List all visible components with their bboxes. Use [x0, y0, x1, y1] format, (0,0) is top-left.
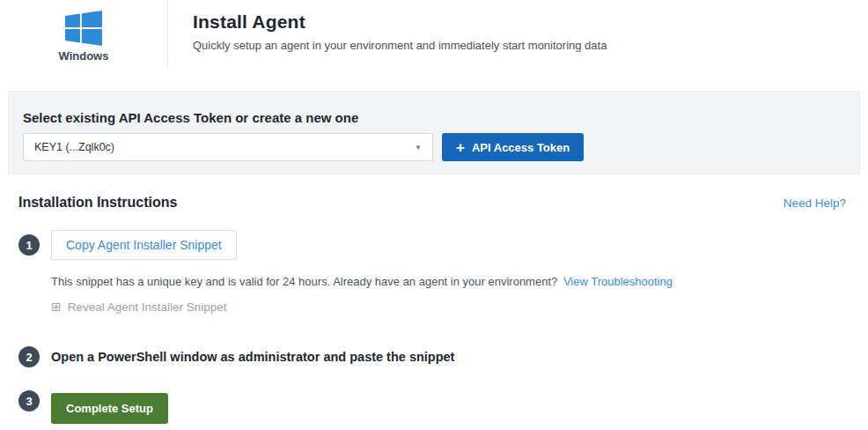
complete-setup-button[interactable]: Complete Setup [51, 393, 168, 424]
reveal-agent-installer-snippet-toggle[interactable]: ⊞ Reveal Agent Installer Snippet [51, 300, 846, 314]
platform-label: Windows [59, 49, 109, 63]
plus-icon: + [456, 140, 465, 155]
token-row: KEY1 (...Zqlk0c) ▼ + API Access Token [23, 133, 845, 161]
copy-agent-installer-snippet-button[interactable]: Copy Agent Installer Snippet [51, 230, 237, 260]
windows-logo-icon [65, 11, 102, 46]
need-help-link[interactable]: Need Help? [783, 196, 846, 210]
api-token-selected-value: KEY1 (...Zqlk0c) [34, 141, 114, 153]
step-2-row: 2 Open a PowerShell window as administra… [18, 346, 846, 367]
page-subtitle: Quickly setup an agent in your environme… [193, 39, 607, 52]
instructions-header-row: Installation Instructions Need Help? [18, 195, 846, 211]
token-panel-heading: Select existing API Access Token or crea… [23, 110, 845, 125]
api-token-select[interactable]: KEY1 (...Zqlk0c) ▼ [23, 133, 433, 161]
reveal-snippet-label: Reveal Agent Installer Snippet [68, 300, 227, 314]
chevron-down-icon: ▼ [415, 144, 422, 152]
expand-icon: ⊞ [51, 300, 62, 314]
page-title: Install Agent [193, 11, 607, 33]
snippet-note-text: This snippet has a unique key and is val… [51, 275, 557, 288]
instructions-title: Installation Instructions [18, 195, 177, 211]
step-3-row: 3 Complete Setup [18, 390, 846, 424]
installation-instructions-section: Installation Instructions Need Help? 1 C… [0, 195, 868, 424]
api-token-panel: Select existing API Access Token or crea… [8, 91, 860, 174]
header-text: Install Agent Quickly setup an agent in … [168, 0, 607, 78]
step-3-number-badge: 3 [18, 390, 40, 411]
step-2-number-badge: 2 [18, 346, 40, 367]
add-api-token-button[interactable]: + API Access Token [442, 133, 584, 161]
page-header: Windows Install Agent Quickly setup an a… [0, 0, 868, 78]
platform-block: Windows [0, 0, 167, 78]
step-2-instruction-text: Open a PowerShell window as administrato… [51, 350, 454, 364]
step-1-number-badge: 1 [18, 234, 40, 256]
add-api-token-button-label: API Access Token [472, 141, 570, 154]
view-troubleshooting-link[interactable]: View Troubleshooting [563, 275, 673, 288]
snippet-note: This snippet has a unique key and is val… [51, 275, 846, 288]
step-1-row: 1 Copy Agent Installer Snippet [18, 230, 846, 260]
